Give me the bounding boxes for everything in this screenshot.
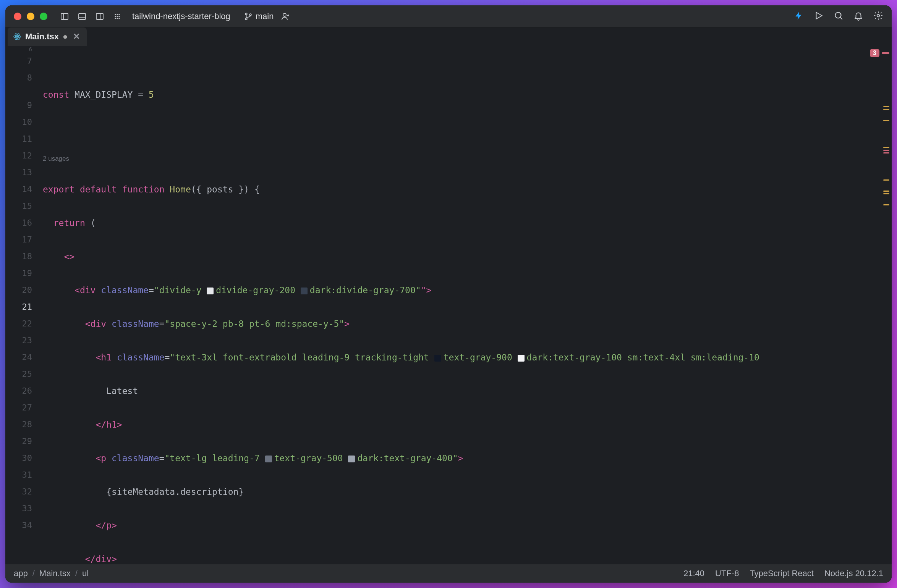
line-number: 22: [5, 315, 32, 332]
code-line: {siteMetadata.description}: [38, 483, 892, 500]
svg-point-8: [118, 14, 120, 15]
panel-bottom-icon[interactable]: [77, 11, 87, 21]
titlebar: tailwind-nextjs-starter-blog main: [5, 5, 892, 27]
line-number: 17: [5, 231, 32, 248]
react-icon: [13, 32, 21, 41]
line-number: 29: [5, 433, 32, 450]
svg-point-6: [115, 14, 116, 15]
svg-point-24: [877, 14, 880, 17]
git-branch[interactable]: main: [244, 11, 274, 21]
line-number: 10: [5, 114, 32, 131]
line-number: 8: [5, 69, 32, 86]
close-tab-icon[interactable]: ✕: [73, 32, 80, 42]
line-number: 19: [5, 265, 32, 282]
code-line: Latest: [38, 383, 892, 399]
svg-line-23: [840, 17, 842, 19]
line-number: 6: [5, 46, 32, 53]
right-toolbar: [794, 11, 883, 22]
window-controls: [14, 13, 47, 20]
line-number: 13: [5, 164, 32, 181]
svg-point-9: [115, 16, 116, 17]
svg-point-25: [16, 36, 18, 37]
run-icon[interactable]: [814, 11, 824, 22]
panel-right-icon[interactable]: [95, 11, 105, 21]
file-encoding[interactable]: UTF-8: [715, 569, 739, 578]
node-version[interactable]: Node.js 20.12.1: [824, 569, 883, 578]
code-line: </p>: [38, 517, 892, 534]
svg-rect-2: [79, 13, 86, 19]
panel-left-icon[interactable]: [60, 11, 70, 21]
grid-icon[interactable]: [112, 11, 122, 21]
breadcrumb-segment[interactable]: ul: [82, 569, 89, 578]
search-icon[interactable]: [834, 11, 844, 22]
line-gutter: 6 7 8 9 10 11 12 13 14 15 16 17 18 19 20…: [5, 46, 38, 564]
svg-point-7: [117, 14, 118, 15]
svg-point-22: [835, 12, 841, 18]
color-chip-icon: [265, 456, 272, 462]
line-number: 14: [5, 181, 32, 198]
ide-window: tailwind-nextjs-starter-blog main Main.t…: [5, 5, 892, 583]
cursor-position[interactable]: 21:40: [683, 569, 704, 578]
color-chip-icon: [434, 355, 441, 362]
tab-main-tsx[interactable]: Main.tsx ● ✕: [8, 27, 87, 46]
svg-point-14: [118, 18, 120, 19]
code-line: <h1 className="text-3xl font-extrabold l…: [38, 349, 892, 366]
svg-rect-0: [61, 13, 68, 19]
line-number: 15: [5, 198, 32, 215]
svg-marker-21: [816, 12, 822, 19]
add-user-icon[interactable]: [280, 11, 290, 21]
line-number: 11: [5, 131, 32, 147]
svg-rect-4: [96, 13, 103, 19]
breadcrumb-separator: /: [32, 569, 35, 578]
language-mode[interactable]: TypeScript React: [750, 569, 814, 578]
code-line: const MAX_DISPLAY = 5: [38, 86, 892, 103]
bell-icon[interactable]: [853, 11, 863, 22]
minimize-window-button[interactable]: [27, 13, 34, 20]
color-chip-icon: [348, 456, 355, 462]
problems-stripe[interactable]: 3: [874, 49, 889, 205]
editor[interactable]: 6 7 8 9 10 11 12 13 14 15 16 17 18 19 20…: [5, 46, 892, 564]
breadcrumb-segment[interactable]: app: [14, 569, 28, 578]
gear-icon[interactable]: [873, 11, 883, 22]
line-number: 28: [5, 416, 32, 433]
line-number: 16: [5, 215, 32, 231]
svg-point-10: [117, 16, 118, 17]
status-bar: app / Main.tsx / ul 21:40 UTF-8 TypeScri…: [5, 564, 892, 583]
project-name[interactable]: tailwind-nextjs-starter-blog: [132, 11, 230, 21]
line-number: 25: [5, 366, 32, 383]
tab-bar: Main.tsx ● ✕: [5, 27, 892, 46]
problems-count[interactable]: 3: [870, 49, 879, 57]
code-line: return (: [38, 215, 892, 231]
svg-point-15: [245, 13, 247, 15]
line-number: 9: [5, 97, 32, 114]
line-number: 24: [5, 349, 32, 366]
color-chip-icon: [301, 288, 308, 294]
color-chip-icon: [518, 355, 525, 362]
breadcrumb-separator: /: [75, 569, 78, 578]
bolt-icon[interactable]: [794, 11, 804, 22]
close-window-button[interactable]: [14, 13, 21, 20]
breadcrumb-segment[interactable]: Main.tsx: [39, 569, 71, 578]
code-line: <div className="space-y-2 pb-8 pt-6 md:s…: [38, 315, 892, 332]
line-number: 20: [5, 282, 32, 299]
branch-name: main: [256, 11, 274, 21]
code-line: export default function Home({ posts }) …: [38, 181, 892, 198]
line-number: 23: [5, 332, 32, 349]
svg-point-18: [283, 13, 286, 16]
layout-controls: [60, 11, 122, 21]
line-number-active: 21: [5, 299, 32, 315]
branch-icon: [244, 12, 253, 21]
line-number: 34: [5, 517, 32, 534]
code-line: <div className="divide-y divide-gray-200…: [38, 282, 892, 299]
code-area[interactable]: const MAX_DISPLAY = 5 2 usages export de…: [38, 46, 892, 564]
code-line: </h1>: [38, 416, 892, 433]
line-number: 27: [5, 399, 32, 416]
line-number: 12: [5, 147, 32, 164]
code-line: <>: [38, 248, 892, 265]
line-number: 32: [5, 483, 32, 500]
line-number: 18: [5, 248, 32, 265]
code-line: </div>: [38, 551, 892, 564]
line-number: 26: [5, 383, 32, 399]
maximize-window-button[interactable]: [40, 13, 47, 20]
inlay-usages[interactable]: 2 usages: [38, 153, 892, 164]
